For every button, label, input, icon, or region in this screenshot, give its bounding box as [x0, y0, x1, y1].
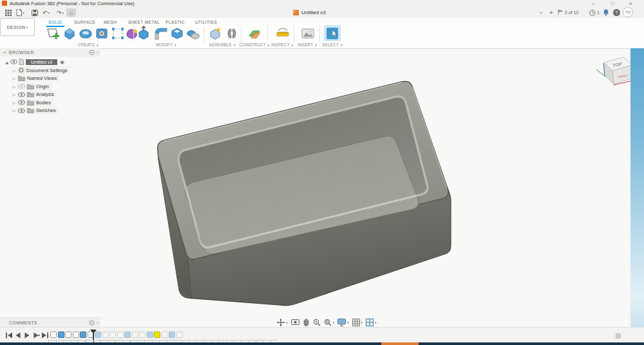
timeline-play-button[interactable] [23, 331, 31, 339]
activate-component-radio[interactable]: ◉ [60, 59, 64, 65]
tab-utilities[interactable]: UTILITIES [193, 19, 219, 26]
maximize-button[interactable]: □ [605, 0, 620, 7]
group-insert[interactable]: INSERT ▾ [298, 42, 317, 47]
tab-mesh[interactable]: MESH [102, 19, 118, 26]
viewport-canvas[interactable]: TOP FRONT X [0, 48, 644, 317]
document-tab[interactable]: Untitled v3 [293, 8, 326, 17]
group-assemble[interactable]: ASSEMBLE ▾ [209, 42, 235, 47]
pan-button[interactable] [303, 319, 310, 326]
browser-root-row[interactable]: ◢ Untitled v3 ◉ [4, 58, 64, 66]
fillet-button[interactable] [153, 26, 169, 41]
expand-icon[interactable]: ▷ [12, 92, 17, 97]
browser-item-sketches[interactable]: ▷ Sketches [12, 107, 59, 115]
job-status-button[interactable]: 1 [589, 8, 600, 17]
measure-button[interactable] [276, 26, 290, 41]
panel-chevron-icon[interactable]: › [97, 320, 99, 326]
extrude-button[interactable] [62, 26, 77, 41]
minimize-button[interactable]: – [586, 0, 600, 7]
press-pull-button[interactable] [137, 26, 151, 41]
panel-options-icon[interactable] [89, 320, 95, 326]
timeline-step-forward-button[interactable] [32, 331, 40, 339]
visibility-eye-icon[interactable] [18, 100, 25, 105]
create-sketch-button[interactable] [45, 26, 61, 41]
combine-button[interactable] [185, 26, 201, 41]
browser-item-document-settings[interactable]: ▷ Document Settings [12, 66, 70, 74]
browser-root-label[interactable]: Untitled v3 [26, 59, 57, 65]
group-create[interactable]: CREATE ▾ [78, 42, 99, 47]
expand-icon[interactable]: ▷ [12, 108, 17, 113]
pattern-button[interactable] [110, 26, 126, 41]
panel-options-icon[interactable] [89, 50, 95, 55]
timeline-feature-extrude[interactable] [80, 331, 86, 338]
insert-button[interactable] [301, 26, 315, 41]
help-button[interactable]: ? [613, 8, 620, 17]
timeline-go-to-start-button[interactable] [5, 331, 13, 339]
timeline-feature-extrude[interactable] [124, 331, 131, 338]
save-button[interactable] [30, 8, 39, 17]
redo-button[interactable]: ↷▾ [55, 8, 65, 17]
timeline-feature-sketch[interactable] [132, 331, 138, 338]
comments-panel-header[interactable]: « COMMENTS › [0, 317, 100, 328]
visibility-eye-icon[interactable] [10, 59, 17, 64]
notifications-button[interactable] [603, 8, 609, 17]
grid-and-snaps-button[interactable]: ▾ [352, 319, 363, 326]
app-grid-icon[interactable] [3, 8, 13, 17]
shell-button[interactable] [169, 26, 185, 41]
browser-item-analysis[interactable]: ▷ Analysis [12, 91, 57, 98]
browser-item-bodies[interactable]: ▷ Bodies [12, 98, 53, 106]
browser-item-origin[interactable]: ▷ Origin [12, 82, 52, 90]
fit-button[interactable]: ▾ [324, 319, 335, 326]
joint-button[interactable] [225, 26, 239, 41]
undo-button[interactable]: ↶▾ [41, 8, 51, 17]
timeline-go-to-end-button[interactable] [41, 331, 49, 339]
timeline-feature-yellow[interactable] [154, 331, 160, 338]
document-tab-close[interactable]: × [540, 8, 543, 17]
trial-progress-button[interactable]: 2 of 10 [558, 8, 578, 17]
new-document-tab-button[interactable]: + [549, 8, 553, 17]
expand-icon[interactable]: ▷ [12, 100, 17, 105]
group-select[interactable]: SELECT ▾ [322, 42, 342, 47]
timeline-feature-sketch[interactable] [102, 331, 109, 338]
browser-panel-header[interactable]: « BROWSER › [0, 48, 100, 57]
look-at-button[interactable] [291, 319, 299, 326]
timeline-feature-sketch[interactable] [162, 331, 168, 338]
panel-chevron-icon[interactable]: › [97, 50, 99, 55]
timeline-feature-sketch[interactable] [117, 331, 124, 338]
timeline-feature-sketch[interactable] [176, 331, 183, 338]
timeline-feature-sketch[interactable] [65, 331, 71, 338]
viewports-button[interactable]: ▾ [366, 319, 377, 326]
file-menu-button[interactable]: ▾ [15, 8, 25, 17]
group-construct[interactable]: CONSTRUCT ▾ [240, 42, 270, 47]
show-data-panel-button[interactable]: ⌂ [66, 8, 76, 17]
timeline-feature-extrude[interactable] [58, 331, 64, 338]
tab-sheet-metal[interactable]: SHEET METAL [126, 19, 162, 26]
tab-surface[interactable]: SURFACE [72, 19, 98, 26]
timeline-feature-sketch[interactable] [109, 331, 116, 338]
browser-item-named-views[interactable]: ▷ Named Views [12, 75, 59, 82]
hole-button[interactable] [94, 26, 109, 41]
visibility-eye-icon[interactable] [18, 84, 25, 89]
timeline-feature-extrude[interactable] [147, 331, 153, 338]
construct-plane-button[interactable] [247, 26, 261, 41]
zoom-button[interactable] [313, 319, 321, 326]
new-component-button[interactable] [209, 26, 223, 41]
timeline-feature-sketch[interactable] [139, 331, 146, 338]
expand-collapse-icon[interactable]: ◢ [4, 60, 9, 64]
timeline-step-back-button[interactable] [14, 331, 22, 339]
group-inspect[interactable]: INSPECT ▾ [271, 42, 293, 47]
group-modify[interactable]: MODIFY ▾ [156, 42, 176, 47]
visibility-eye-icon[interactable] [18, 108, 25, 113]
timeline-feature-sketch[interactable] [50, 331, 57, 338]
expand-icon[interactable]: ▷ [12, 84, 17, 89]
display-settings-button[interactable]: ▾ [337, 319, 349, 326]
tab-plastic[interactable]: PLASTIC [164, 19, 187, 26]
orbit-button[interactable]: ▾ [277, 319, 288, 326]
account-button[interactable]: TD [623, 8, 633, 16]
close-button[interactable]: × [623, 0, 638, 7]
model-body-tray[interactable] [158, 81, 451, 305]
timeline-settings-gear-icon[interactable] [614, 332, 622, 340]
revolve-button[interactable] [78, 26, 93, 41]
expand-icon[interactable]: ▷ [12, 76, 17, 80]
select-button[interactable] [324, 25, 341, 41]
collapse-panel-icon[interactable]: « [3, 50, 6, 55]
